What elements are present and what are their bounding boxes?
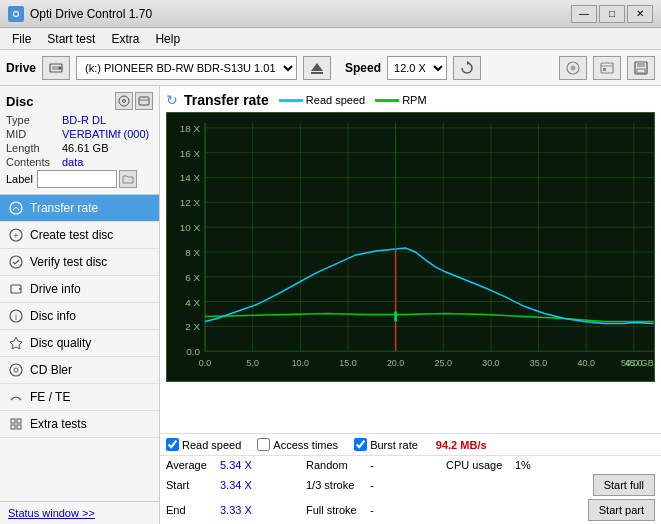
svg-rect-30 (11, 419, 15, 423)
stat-random: Random - (306, 459, 446, 471)
nav-disc-info-label: Disc info (30, 309, 76, 323)
start-label: Start (166, 479, 216, 491)
right-panel: ↻ Transfer rate Read speed RPM (160, 86, 661, 524)
svg-text:2 X: 2 X (185, 321, 200, 332)
menu-help[interactable]: Help (147, 30, 188, 48)
menu-file[interactable]: File (4, 30, 39, 48)
disc-contents-label: Contents (6, 156, 62, 168)
disc-btn2[interactable] (135, 92, 153, 110)
svg-rect-13 (637, 62, 645, 67)
nav-fe-te[interactable]: FE / TE (0, 384, 159, 411)
refresh-speed-btn[interactable] (453, 56, 481, 80)
start-value: 3.34 X (220, 479, 260, 491)
minimize-button[interactable]: — (571, 5, 597, 23)
nav-drive-info-label: Drive info (30, 282, 81, 296)
create-test-disc-icon: + (8, 227, 24, 243)
chart-container: 18 X 16 X 14 X 12 X 10 X 8 X 6 X 4 X 2 X… (166, 112, 655, 382)
close-button[interactable]: ✕ (627, 5, 653, 23)
speed-select[interactable]: 12.0 X ↓ (387, 56, 447, 80)
start-full-btn-container: Start full (446, 474, 655, 496)
cb-read-speed-input[interactable] (166, 438, 179, 451)
cb-burst-rate-input[interactable] (354, 438, 367, 451)
nav-cd-bler[interactable]: CD Bler (0, 357, 159, 384)
disc-contents-value: data (62, 156, 153, 168)
fe-te-icon (8, 389, 24, 405)
label-folder-btn[interactable] (119, 170, 137, 188)
chart-title: Transfer rate (184, 92, 269, 108)
nav-cd-bler-label: CD Bler (30, 363, 72, 377)
svg-point-24 (19, 288, 21, 290)
svg-point-16 (123, 100, 126, 103)
cb-read-speed[interactable]: Read speed (166, 438, 241, 451)
start-full-button[interactable]: Start full (593, 474, 655, 496)
transfer-rate-icon (8, 200, 24, 216)
disc-length-row: Length 46.61 GB (6, 142, 153, 154)
stats-row3: End 3.33 X Full stroke - Start part (166, 499, 655, 521)
nav-disc-quality[interactable]: Disc quality (0, 330, 159, 357)
nav-transfer-rate[interactable]: Transfer rate (0, 195, 159, 222)
stat-full-stroke: Full stroke - (306, 504, 446, 516)
svg-rect-17 (139, 97, 149, 105)
disc-type-value: BD-R DL (62, 114, 153, 126)
nav-fe-te-label: FE / TE (30, 390, 70, 404)
nav-disc-info[interactable]: i Disc info (0, 303, 159, 330)
disc-section: Disc Type BD-R DL MID VERBATIMf (000) (0, 86, 159, 195)
cb-access-times-input[interactable] (257, 438, 270, 451)
extra-tests-icon (8, 416, 24, 432)
stats-area: Average 5.34 X Random - CPU usage 1% Sta… (160, 455, 661, 524)
svg-text:+: + (13, 231, 18, 241)
settings-icon-btn[interactable] (593, 56, 621, 80)
app-icon: O (8, 6, 24, 22)
disc-type-label: Type (6, 114, 62, 126)
nav-transfer-rate-label: Transfer rate (30, 201, 98, 215)
app-title: Opti Drive Control 1.70 (30, 7, 152, 21)
svg-text:5.0: 5.0 (246, 358, 258, 368)
nav-extra-tests[interactable]: Extra tests (0, 411, 159, 438)
stat-end: End 3.33 X (166, 504, 306, 516)
svg-marker-3 (311, 63, 323, 71)
stroke13-value: - (370, 479, 374, 491)
svg-text:15.0: 15.0 (339, 358, 356, 368)
drive-icon-btn[interactable] (42, 56, 70, 80)
maximize-button[interactable]: □ (599, 5, 625, 23)
legend-read-speed-color (279, 99, 303, 102)
checkboxes-row: Read speed Access times Burst rate 94.2 … (160, 433, 661, 455)
disc-btn1[interactable] (115, 92, 133, 110)
svg-rect-4 (311, 72, 323, 74)
status-window-btn[interactable]: Status window >> (0, 501, 159, 524)
svg-rect-11 (603, 68, 606, 71)
svg-rect-33 (17, 425, 21, 429)
title-bar-controls: — □ ✕ (571, 5, 653, 23)
svg-text:12 X: 12 X (180, 197, 201, 208)
drive-select[interactable]: (k:) PIONEER BD-RW BDR-S13U 1.01 (76, 56, 297, 80)
nav-create-test-disc[interactable]: + Create test disc (0, 222, 159, 249)
svg-text:8 X: 8 X (185, 247, 200, 258)
nav-drive-info[interactable]: Drive info (0, 276, 159, 303)
drive-info-icon (8, 281, 24, 297)
svg-marker-27 (10, 337, 22, 349)
disc-mid-row: MID VERBATIMf (000) (6, 128, 153, 140)
svg-point-22 (10, 256, 22, 268)
menu-extra[interactable]: Extra (103, 30, 147, 48)
nav-verify-test-disc[interactable]: Verify test disc (0, 249, 159, 276)
svg-rect-31 (17, 419, 21, 423)
end-label: End (166, 504, 216, 516)
stats-row2: Start 3.34 X 1/3 stroke - Start full (166, 474, 655, 496)
save-icon-btn[interactable] (627, 56, 655, 80)
disc-title: Disc (6, 94, 33, 109)
disc-icon-btn[interactable] (559, 56, 587, 80)
disc-header: Disc (6, 92, 153, 110)
menu-start-test[interactable]: Start test (39, 30, 103, 48)
disc-label-input[interactable] (37, 170, 117, 188)
svg-text:18 X: 18 X (180, 123, 201, 134)
cb-access-times[interactable]: Access times (257, 438, 338, 451)
eject-button[interactable] (303, 56, 331, 80)
disc-length-label: Length (6, 142, 62, 154)
nav-verify-test-disc-label: Verify test disc (30, 255, 107, 269)
cb-burst-rate[interactable]: Burst rate (354, 438, 418, 451)
average-value: 5.34 X (220, 459, 260, 471)
start-part-button[interactable]: Start part (588, 499, 655, 521)
disc-contents-row: Contents data (6, 156, 153, 168)
toolbar: Drive (k:) PIONEER BD-RW BDR-S13U 1.01 S… (0, 50, 661, 86)
random-label: Random (306, 459, 366, 471)
